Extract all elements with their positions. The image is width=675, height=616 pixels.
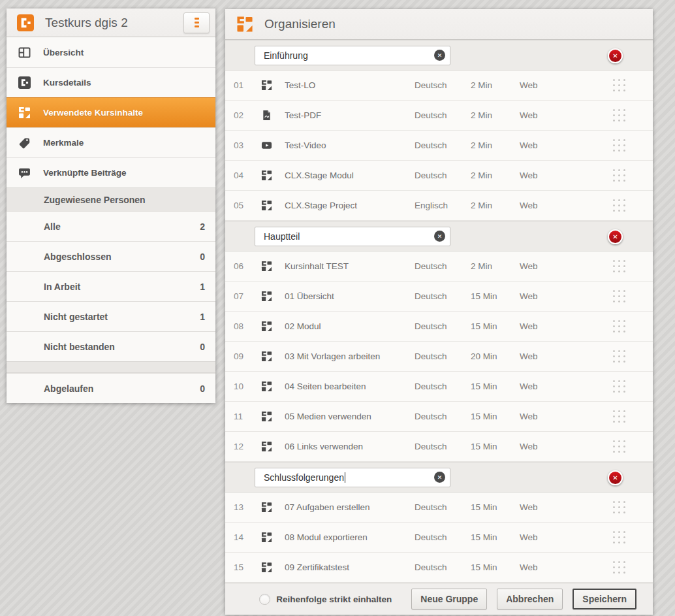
row-number: 06 — [234, 261, 261, 271]
row-number: 01 — [234, 80, 261, 90]
sidebar-filter-alle[interactable]: Alle 2 — [7, 211, 215, 241]
content-duration: 2 Min — [471, 261, 520, 271]
content-title: Test-LO — [285, 80, 415, 90]
row-number: 12 — [234, 442, 261, 451]
overview-icon — [18, 46, 31, 59]
content-type: Web — [520, 562, 585, 572]
content-row: 02 Test-PDF Deutsch 2 Min Web — [225, 101, 653, 131]
page-title: Organisieren — [264, 17, 642, 31]
content-row: 12 06 Links verwenden Deutsch 15 Min Web — [225, 432, 653, 462]
group-name-input[interactable]: Schlussfolgerungen ✕ — [255, 468, 450, 487]
sidebar-filter-abgeschlossen[interactable]: Abgeschlossen 0 — [7, 241, 215, 271]
delete-group-button[interactable]: ✕ — [608, 470, 623, 485]
drag-handle-icon[interactable] — [602, 290, 636, 302]
row-number: 04 — [234, 170, 261, 180]
row-number: 07 — [234, 291, 261, 301]
group-header-row: Einführung ✕ ✕ — [225, 40, 653, 71]
sidebar-filter-abgelaufen[interactable]: Abgelaufen 0 — [7, 373, 215, 403]
sidebar-item-verwendete-kursinhalte[interactable]: Verwendete Kursinhalte — [7, 97, 215, 127]
module-icon — [261, 562, 272, 573]
row-number: 05 — [234, 201, 261, 210]
sidebar-filter-nicht-bestanden[interactable]: Nicht bestanden 0 — [7, 331, 215, 361]
neue-gruppe-button[interactable]: Neue Gruppe — [411, 589, 487, 609]
row-number: 14 — [234, 532, 261, 542]
sidebar-filter-in-arbeit[interactable]: In Arbeit 1 — [7, 271, 215, 301]
content-language: Deutsch — [415, 502, 471, 512]
content-row: 07 01 Übersicht Deutsch 15 Min Web — [225, 282, 653, 312]
drag-handle-icon[interactable] — [602, 350, 636, 363]
course-menu-button[interactable] — [183, 12, 210, 33]
content-type: Web — [520, 140, 585, 150]
module-icon — [261, 381, 272, 392]
content-row: 01 Test-LO Deutsch 2 Min Web — [225, 71, 653, 101]
content-title: Kursinhalt TEST — [285, 261, 415, 271]
drag-handle-icon[interactable] — [602, 199, 636, 212]
delete-group-button[interactable]: ✕ — [608, 48, 623, 63]
content-language: Englisch — [415, 201, 471, 210]
circle-x-icon[interactable]: ✕ — [434, 231, 445, 242]
course-sidebar: Testkurs dgis 2 Übersicht Kursdetails Ve… — [7, 8, 215, 403]
drag-handle-icon[interactable] — [602, 380, 636, 393]
drag-handle-icon[interactable] — [602, 169, 636, 182]
content-type: Web — [520, 110, 585, 120]
content-language: Deutsch — [415, 412, 471, 421]
content-row: 10 04 Seiten bearbeiten Deutsch 15 Min W… — [225, 372, 653, 402]
content-title: CLX.Stage Modul — [285, 170, 415, 180]
filter-label: Alle — [44, 221, 61, 232]
circle-x-icon[interactable]: ✕ — [434, 50, 445, 61]
abbrechen-button[interactable]: Abbrechen — [497, 589, 563, 609]
filter-label: Nicht gestartet — [44, 312, 108, 322]
filter-count: 0 — [200, 383, 205, 394]
group-name-input[interactable]: Hauptteil ✕ — [255, 227, 450, 246]
content-type: Web — [520, 201, 585, 210]
drag-handle-icon[interactable] — [602, 109, 636, 122]
group-header-row: Hauptteil ✕ ✕ — [225, 221, 653, 251]
drag-handle-icon[interactable] — [602, 501, 636, 513]
content-title: 07 Aufgaben erstellen — [285, 502, 415, 512]
content-duration: 2 Min — [471, 80, 520, 90]
course-logo-icon — [17, 14, 34, 31]
content-duration: 2 Min — [471, 170, 520, 180]
sidebar-item-verkn-pfte-beitr-ge[interactable]: Verknüpfte Beiträge — [7, 157, 215, 187]
content-type: Web — [520, 381, 585, 391]
drag-handle-icon[interactable] — [602, 561, 636, 574]
row-number: 03 — [234, 140, 261, 150]
group-name-input[interactable]: Einführung ✕ — [255, 46, 450, 65]
delete-group-button[interactable]: ✕ — [608, 229, 623, 244]
drag-handle-icon[interactable] — [602, 440, 636, 453]
drag-handle-icon[interactable] — [602, 139, 636, 152]
content-duration: 15 Min — [471, 562, 520, 572]
content-type: Web — [520, 502, 585, 512]
content-language: Deutsch — [415, 351, 471, 361]
video-icon — [261, 140, 272, 151]
drag-handle-icon[interactable] — [602, 320, 636, 332]
sidebar-filter-nicht-gestartet[interactable]: Nicht gestartet 1 — [7, 301, 215, 331]
drag-handle-icon[interactable] — [602, 531, 636, 543]
row-number: 02 — [234, 110, 261, 120]
content-title: 02 Modul — [285, 321, 415, 331]
course-title: Testkurs dgis 2 — [45, 16, 183, 30]
content-title: 03 Mit Vorlagen arbeiten — [285, 351, 415, 361]
sidebar-header: Testkurs dgis 2 — [7, 8, 215, 37]
drag-handle-icon[interactable] — [602, 410, 636, 423]
content-language: Deutsch — [415, 140, 471, 150]
comments-icon — [18, 167, 31, 179]
drag-handle-icon[interactable] — [602, 260, 636, 272]
organize-footer: Reihenfolge strikt einhalten Neue Gruppe… — [225, 583, 653, 615]
content-type: Web — [520, 442, 585, 451]
sidebar-item-merkmale[interactable]: Merkmale — [7, 127, 215, 157]
strict-order-radio[interactable] — [259, 594, 270, 605]
sidebar-item-bersicht[interactable]: Übersicht — [7, 37, 215, 67]
circle-x-icon[interactable]: ✕ — [434, 472, 445, 483]
filter-count: 1 — [200, 312, 205, 322]
content-language: Deutsch — [415, 321, 471, 331]
text-cursor — [345, 472, 345, 483]
drag-handle-icon[interactable] — [602, 79, 636, 91]
module-icon — [261, 411, 272, 422]
content-duration: 2 Min — [471, 201, 520, 210]
speichern-button[interactable]: Speichern — [573, 589, 636, 609]
content-title: 08 Modul exportieren — [285, 532, 415, 542]
content-row: 04 CLX.Stage Modul Deutsch 2 Min Web — [225, 161, 653, 191]
sidebar-section-assigned-persons[interactable]: Zugewiesene Personen — [7, 187, 215, 211]
sidebar-item-kursdetails[interactable]: Kursdetails — [7, 67, 215, 97]
